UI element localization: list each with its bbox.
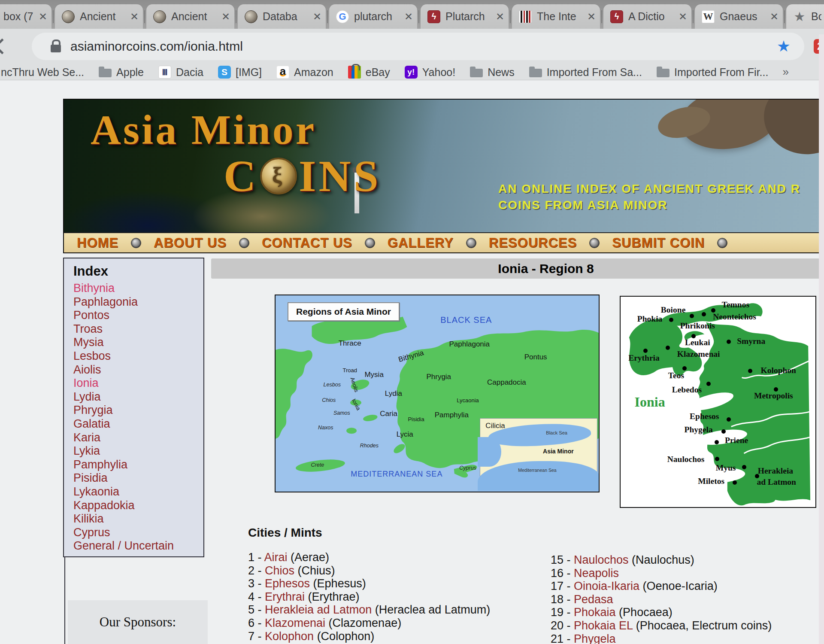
sidebar-item-bithynia[interactable]: Bithynia — [73, 282, 203, 295]
browser-tab[interactable]: plutarch✕ — [329, 4, 417, 29]
city-link-oinoia-ikaria[interactable]: Oinoia-Ikaria — [574, 580, 639, 592]
city-link-phokaia[interactable]: Phokaia — [574, 606, 616, 619]
sidebar-item-galatia[interactable]: Galatia — [73, 417, 203, 431]
city-alt-name: (Phocaea) — [616, 606, 673, 619]
nav-item-home[interactable]: HOME — [77, 235, 118, 251]
tab-close-icon[interactable]: ✕ — [587, 11, 596, 23]
city-list-row: 7 - Kolophon (Colophon) — [248, 630, 490, 643]
address-bar[interactable]: asiaminorcoins.com/ionia.html ★ — [32, 33, 804, 60]
sidebar-title: Index — [73, 264, 203, 279]
bookmark-item[interactable]: News — [470, 66, 515, 79]
sidebar-item-ionia[interactable]: Ionia — [73, 377, 203, 390]
bookmark-star-icon[interactable]: ★ — [777, 37, 791, 55]
sidebar-item-general-uncertain[interactable]: General / Uncertain — [73, 539, 203, 553]
city-label: Miletos — [698, 477, 724, 486]
tab-close-icon[interactable]: ✕ — [404, 11, 413, 23]
sidebar-item-pamphylia[interactable]: Pamphylia — [73, 458, 203, 472]
bookmark-label: Dacia — [176, 66, 203, 79]
browser-tab[interactable]: Databa✕ — [238, 4, 326, 29]
city-link-naulochos[interactable]: Naulochos — [574, 553, 629, 566]
bookmark-item[interactable]: Amazon — [276, 66, 333, 79]
city-link-neapolis[interactable]: Neapolis — [574, 567, 619, 580]
city-link-chios[interactable]: Chios — [265, 564, 294, 577]
city-link-phygela[interactable]: Phygela — [574, 632, 616, 644]
nav-item-about-us[interactable]: ABOUT US — [154, 235, 227, 251]
sidebar-item-lykia[interactable]: Lykia — [73, 444, 203, 458]
tab-close-icon[interactable]: ✕ — [770, 11, 779, 23]
city-link-klazomenai[interactable]: Klazomenai — [265, 617, 325, 629]
nav-item-gallery[interactable]: GALLERY — [388, 235, 454, 251]
city-list-row: 21 - Phygela — [551, 632, 772, 644]
sidebar-item-lykaonia[interactable]: Lykaonia — [73, 485, 203, 499]
city-link-herakleia-ad-latmon[interactable]: Herakleia ad Latmon — [265, 603, 372, 616]
browser-tab[interactable]: Ancient✕ — [55, 4, 143, 29]
nav-item-submit-coin[interactable]: SUBMIT COIN — [612, 235, 705, 251]
sidebar-item-phrygia[interactable]: Phrygia — [73, 404, 203, 417]
bookmarks-overflow-icon[interactable]: » — [783, 65, 789, 79]
tab-separator — [601, 10, 602, 23]
map-label: BLACK SEA — [440, 315, 492, 325]
nav-item-contact-us[interactable]: CONTACT US — [262, 235, 352, 251]
tab-close-icon[interactable]: ✕ — [313, 11, 321, 23]
sidebar-item-mysia[interactable]: Mysia — [73, 336, 203, 349]
tab-close-icon[interactable]: ✕ — [496, 11, 504, 23]
tab-separator — [327, 10, 328, 23]
tab-close-icon[interactable]: ✕ — [39, 11, 47, 23]
city-number: 7 - — [248, 630, 265, 643]
map-label: Naxos — [318, 425, 333, 431]
city-dot — [666, 346, 670, 350]
dacia-icon — [158, 66, 171, 79]
tab-close-icon[interactable]: ✕ — [221, 11, 230, 23]
bookmark-item[interactable]: eBay — [348, 66, 390, 79]
browser-tab[interactable]: box (7✕ — [0, 4, 52, 29]
sidebar-item-troas[interactable]: Troas — [73, 322, 203, 336]
browser-tab[interactable]: The Inte✕ — [512, 4, 600, 29]
tab-close-icon[interactable]: ✕ — [130, 11, 139, 23]
bookmark-item[interactable]: [IMG] — [218, 66, 262, 79]
browser-tab[interactable]: A Dictio✕ — [603, 4, 691, 29]
bookmark-item[interactable]: Dacia — [158, 66, 203, 79]
bookmark-item[interactable]: Imported From Sa... — [529, 66, 642, 79]
nav-item-resources[interactable]: RESOURCES — [489, 235, 577, 251]
browser-tab[interactable]: Gnaeus✕ — [695, 4, 783, 29]
archive-favicon-icon — [519, 10, 532, 23]
url-text[interactable]: asiaminorcoins.com/ionia.html — [70, 39, 777, 54]
coin-separator-icon — [717, 238, 727, 248]
back-arrow-icon[interactable] — [0, 39, 10, 55]
browser-tab[interactable]: Bo✕ — [786, 4, 824, 29]
sidebar-item-lydia[interactable]: Lydia — [73, 390, 203, 404]
map-label: Chios — [322, 397, 336, 403]
sidebar-item-cyprus[interactable]: Cyprus — [73, 526, 203, 540]
map-label: Troad — [342, 367, 357, 373]
tab-close-icon[interactable]: ✕ — [679, 11, 687, 23]
sidebar-item-lesbos[interactable]: Lesbos — [73, 349, 203, 363]
sidebar-item-kilikia[interactable]: Kilikia — [73, 512, 203, 526]
sidebar-item-paphlagonia[interactable]: Paphlagonia — [73, 295, 203, 309]
city-link-kolophon[interactable]: Kolophon — [265, 630, 314, 643]
city-label: Phrikonis — [680, 321, 715, 331]
lock-icon[interactable] — [51, 45, 61, 52]
city-link-airai[interactable]: Airai — [264, 551, 288, 564]
yahoo-icon — [405, 66, 418, 79]
bookmark-item[interactable]: Yahoo! — [405, 66, 455, 79]
city-number: 4 - — [248, 590, 265, 603]
city-label: Herakleia — [758, 466, 793, 476]
tab-separator — [236, 10, 236, 23]
sidebar-item-aiolis[interactable]: Aiolis — [73, 363, 203, 377]
city-link-ephesos[interactable]: Ephesos — [265, 577, 310, 590]
bookmark-item[interactable]: ncThru Web Se... — [1, 66, 84, 79]
bookmark-item[interactable]: Imported From Fir... — [657, 66, 768, 79]
sidebar-item-pontos[interactable]: Pontos — [73, 309, 203, 322]
bookmark-item[interactable]: Apple — [99, 66, 144, 79]
sidebar-item-kappadokia[interactable]: Kappadokia — [73, 499, 203, 513]
city-link-pedasa[interactable]: Pedasa — [574, 593, 613, 606]
sidebar-item-karia[interactable]: Karia — [73, 431, 203, 445]
sidebar-item-pisidia[interactable]: Pisidia — [73, 471, 203, 485]
map-label: Asia Minor — [543, 448, 574, 455]
regions-of-asia-minor-map: Regions of Asia Minor BLACK SEAThracePap… — [275, 295, 600, 492]
tab-title: Ancient — [171, 10, 218, 23]
browser-tab[interactable]: Ancient✕ — [146, 4, 234, 29]
city-link-phokaia-el[interactable]: Phokaia EL — [574, 619, 633, 632]
city-link-erythrai[interactable]: Erythrai — [265, 590, 305, 603]
browser-tab[interactable]: Plutarch✕ — [421, 4, 509, 29]
